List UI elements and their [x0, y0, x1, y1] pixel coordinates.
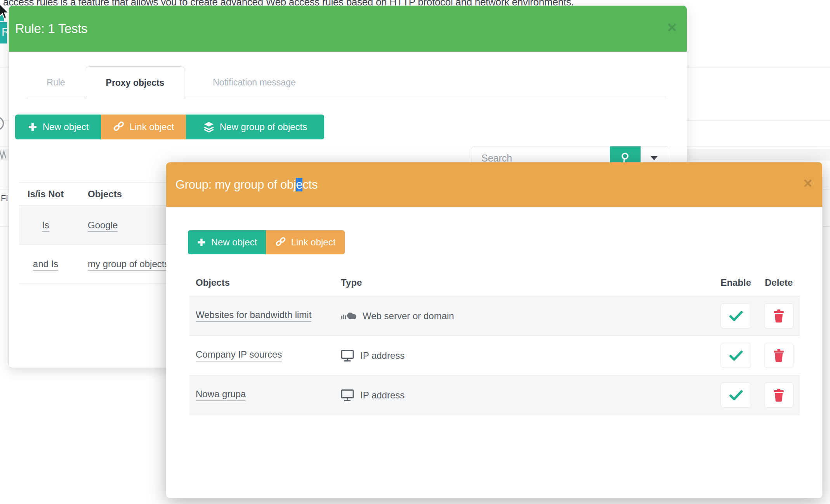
table-row: Websites for bandwidth limit Web server …: [189, 296, 800, 336]
column-header-objects: Objects: [196, 277, 230, 288]
new-object-button[interactable]: New object: [15, 115, 101, 139]
link-icon: [275, 237, 286, 248]
link-object-button[interactable]: Link object: [266, 230, 345, 254]
rule-modal-header: Rule: 1 Tests ×: [9, 6, 687, 52]
new-object-label: New object: [43, 122, 89, 132]
table-row: Company IP sources IP address: [189, 336, 800, 375]
group-title-text: Group: my group of obj: [175, 178, 296, 191]
plus-icon: [28, 122, 38, 132]
group-modal-title[interactable]: Group: my group of objects: [175, 162, 318, 207]
table-row: Nowa grupa IP address: [189, 375, 800, 415]
background-circle-glyph: [0, 116, 4, 130]
object-type-cell: IP address: [341, 375, 405, 415]
cloud-icon: [341, 311, 357, 322]
group-table-header-row: Objects Type Enable Delete: [189, 272, 800, 296]
column-header-delete: Delete: [763, 277, 794, 288]
group-modal-header: Group: my group of objects ×: [166, 162, 822, 207]
condition-link[interactable]: and Is: [33, 259, 58, 271]
plus-icon: [197, 238, 206, 247]
object-type-cell: Web server or domain: [341, 296, 454, 335]
background-squiggle-glyph: [0, 149, 6, 160]
screen: access rules is a feature that allows yo…: [0, 0, 830, 504]
link-icon: [113, 121, 125, 133]
object-link[interactable]: Nowa grupa: [196, 389, 246, 401]
background-button-edge: R: [0, 22, 7, 43]
rule-modal-title: Rule: 1 Tests: [15, 6, 87, 52]
object-link[interactable]: Websites for bandwidth limit: [196, 309, 311, 322]
close-icon[interactable]: ×: [667, 6, 677, 49]
group-title-selected-char: e: [296, 178, 302, 191]
chevron-down-icon: [651, 156, 658, 160]
group-objects-table: Objects Type Enable Delete Websites for …: [189, 272, 800, 415]
link-object-label: Link object: [130, 122, 174, 132]
background-button-letter: R: [2, 25, 7, 38]
trash-icon: [773, 349, 785, 362]
tab-proxy-objects[interactable]: Proxy objects: [86, 66, 184, 99]
group-toolbar: New object Link object: [188, 230, 345, 254]
enable-button[interactable]: [721, 303, 751, 328]
tab-notification-message[interactable]: Notification message: [184, 66, 324, 98]
object-link[interactable]: Company IP sources: [196, 349, 282, 361]
check-icon: [729, 350, 743, 361]
check-icon: [729, 390, 743, 401]
enable-button[interactable]: [721, 343, 751, 368]
column-header-objects: Objects: [72, 189, 122, 200]
delete-button[interactable]: [764, 382, 794, 408]
object-link[interactable]: my group of objects: [88, 259, 169, 271]
close-icon[interactable]: ×: [804, 162, 812, 204]
new-object-button[interactable]: New object: [188, 230, 266, 254]
column-header-is-isnot: Is/is Not: [19, 189, 72, 200]
object-type-label: Web server or domain: [363, 311, 454, 322]
new-group-of-objects-button[interactable]: New group of objects: [186, 115, 324, 139]
background-fi-text: Fi: [1, 193, 8, 203]
object-type-label: IP address: [360, 390, 405, 401]
check-icon: [729, 311, 743, 322]
rule-toolbar: New object Link object New group of obj: [15, 115, 324, 139]
delete-button[interactable]: [764, 303, 794, 328]
object-type-label: IP address: [360, 350, 405, 361]
new-object-label: New object: [211, 237, 257, 248]
link-object-button[interactable]: Link object: [101, 115, 186, 139]
monitor-icon: [341, 389, 355, 401]
enable-button[interactable]: [721, 382, 751, 408]
column-header-enable: Enable: [721, 277, 751, 288]
new-group-label: New group of objects: [220, 122, 307, 132]
group-modal: Group: my group of objects × New object …: [166, 162, 822, 498]
trash-icon: [773, 309, 785, 323]
group-title-text: cts: [302, 178, 318, 191]
monitor-icon: [341, 349, 355, 362]
condition-link[interactable]: Is: [42, 220, 49, 232]
column-header-type: Type: [341, 277, 362, 288]
object-type-cell: IP address: [341, 336, 405, 375]
object-link[interactable]: Google: [88, 220, 118, 232]
trash-icon: [773, 388, 785, 402]
mouse-cursor-icon: [0, 3, 10, 20]
delete-button[interactable]: [764, 343, 794, 368]
tab-rule[interactable]: Rule: [26, 66, 86, 98]
link-object-label: Link object: [291, 237, 336, 248]
layers-icon: [203, 122, 215, 132]
